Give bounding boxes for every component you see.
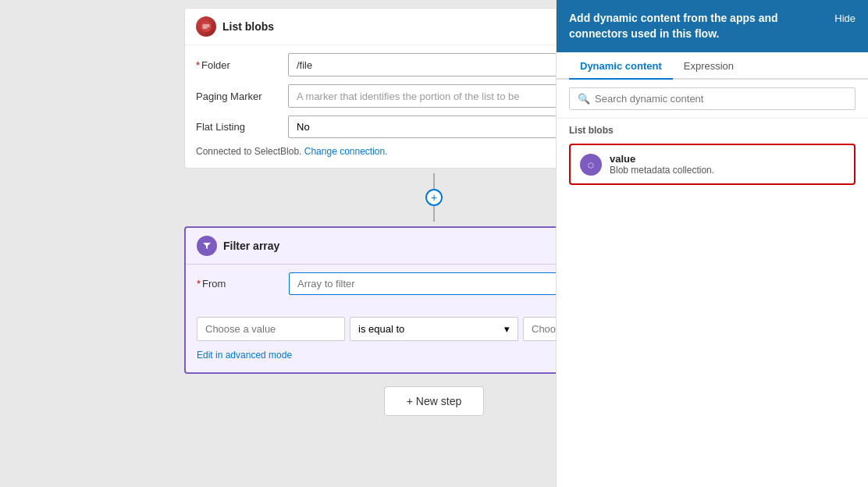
filter-array-header-left: Filter array xyxy=(197,236,279,256)
panel-search-area: 🔍 xyxy=(557,80,868,119)
panel-header: Add dynamic content from the apps and co… xyxy=(557,0,868,52)
from-label: From xyxy=(197,278,283,290)
panel-hide-button[interactable]: Hide xyxy=(834,12,856,24)
right-panel: Add dynamic content from the apps and co… xyxy=(556,0,868,487)
list-blobs-icon xyxy=(196,16,216,37)
panel-tabs: Dynamic content Expression xyxy=(557,52,868,80)
tab-dynamic-content[interactable]: Dynamic content xyxy=(569,52,673,80)
flat-label: Flat Listing xyxy=(196,121,282,133)
dynamic-item-value[interactable]: ⬡ value Blob metadata collection. xyxy=(569,144,856,185)
change-connection-link[interactable]: Change connection. xyxy=(304,146,388,157)
choose-value-left-input[interactable] xyxy=(197,317,345,341)
filter-array-title: Filter array xyxy=(223,240,279,252)
tab-expression[interactable]: Expression xyxy=(673,52,745,80)
search-input[interactable] xyxy=(595,93,847,105)
condition-dropdown[interactable]: is equal to ▾ xyxy=(350,317,518,341)
dynamic-item-text-container: value Blob metadata collection. xyxy=(610,153,714,176)
connector-line-2 xyxy=(433,206,435,222)
dynamic-item-icon: ⬡ xyxy=(580,154,602,176)
dynamic-item-description: Blob metadata collection. xyxy=(610,165,714,176)
chevron-down-icon: ▾ xyxy=(504,323,510,335)
arrow-connector: + xyxy=(425,173,443,222)
new-step-container: + New step xyxy=(384,386,484,416)
panel-header-text: Add dynamic content from the apps and co… xyxy=(569,11,827,41)
dynamic-item-title: value xyxy=(610,153,714,165)
add-step-button[interactable]: + xyxy=(425,189,443,206)
filter-array-icon xyxy=(197,236,217,256)
paging-label: Paging Marker xyxy=(196,91,282,102)
folder-label: Folder xyxy=(196,59,282,71)
svg-text:⬡: ⬡ xyxy=(588,162,594,169)
search-icon: 🔍 xyxy=(578,93,590,105)
list-blobs-title: List blobs xyxy=(222,20,274,33)
list-blobs-header-left: List blobs xyxy=(196,16,274,37)
new-step-button[interactable]: + New step xyxy=(384,386,484,416)
section-label: List blobs xyxy=(557,119,868,139)
edit-advanced-mode-link[interactable]: Edit in advanced mode xyxy=(197,350,292,361)
search-box: 🔍 xyxy=(569,87,856,110)
connector-line xyxy=(433,173,435,189)
